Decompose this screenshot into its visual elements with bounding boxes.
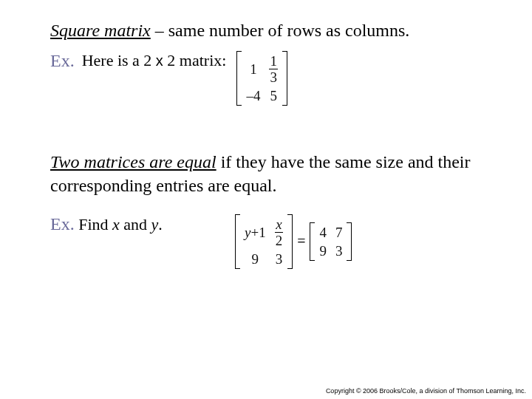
ex2-right-matrix: 4 7 9 3 xyxy=(310,222,352,261)
equal-def-block: Two matrices are equal if they have the … xyxy=(50,150,479,198)
example-2-lead: Ex. Find x and y. xyxy=(50,214,205,234)
m1-r1c2-frac: 1 3 xyxy=(269,54,278,84)
mL-r1c1: y+1 xyxy=(245,225,266,239)
equals-sign: = xyxy=(293,233,310,250)
ex2-text-c: . xyxy=(158,215,163,233)
mL-r1c2-num: x xyxy=(275,217,282,232)
example-2-label: Ex. xyxy=(50,214,75,233)
mL-r2c2: 3 xyxy=(276,252,283,266)
m1-r1c2-den: 3 xyxy=(269,69,278,84)
ex2-text-b: and xyxy=(120,215,151,233)
ex1-text-b: 2 matrix: xyxy=(163,51,227,69)
example-2-equation: y+1 x 2 9 3 = 4 7 9 3 xyxy=(235,214,352,269)
definition-line: Square matrix – same number of rows as c… xyxy=(50,21,497,41)
bracket-right-icon xyxy=(287,214,293,269)
m1-r2c1: –4 xyxy=(246,89,260,103)
matrix-grid: 4 7 9 3 xyxy=(315,222,347,261)
m1-r1c2-num: 1 xyxy=(269,54,278,69)
mL-r1c2-den: 2 xyxy=(275,232,284,248)
mL-r2c1: 9 xyxy=(252,252,259,266)
matrix-grid: y+1 x 2 9 3 xyxy=(240,214,287,269)
equal-def-lead: Two matrices are equal xyxy=(50,152,216,171)
copyright-text: Copyright © 2006 Brooks/Cole, a division… xyxy=(326,387,526,395)
m1-r2c2: 5 xyxy=(270,89,277,103)
mR-r2c2: 3 xyxy=(335,244,343,258)
bracket-left-icon xyxy=(310,222,315,261)
ex2-text-a: Find xyxy=(78,215,112,233)
example-1-text: Here is a 2 x 2 matrix: xyxy=(82,51,227,70)
bracket-right-icon xyxy=(347,222,352,261)
ex2-var-x: x xyxy=(112,215,120,233)
term-square-matrix: Square matrix xyxy=(50,21,151,40)
example-1-matrix: 1 1 3 –4 5 xyxy=(236,51,287,106)
bracket-left-icon xyxy=(235,214,240,269)
ex1-mult-x: x xyxy=(156,52,163,69)
mL-r1c1-rest: +1 xyxy=(250,225,265,240)
example-1-label: Ex. xyxy=(50,51,75,71)
bracket-left-icon xyxy=(236,51,242,106)
def-dash: – xyxy=(151,21,168,40)
slide: Square matrix – same number of rows as c… xyxy=(0,0,532,399)
ex2-var-y: y xyxy=(151,215,159,233)
ex1-text-a: Here is a 2 xyxy=(82,51,156,69)
matrix-grid: 1 1 3 –4 5 xyxy=(242,51,282,106)
def-rest: same number of rows as columns. xyxy=(168,21,410,40)
mR-r1c1: 4 xyxy=(319,225,327,239)
bracket-right-icon xyxy=(282,51,287,106)
m1-r1c1: 1 xyxy=(250,62,257,76)
ex2-left-matrix: y+1 x 2 9 3 xyxy=(235,214,293,269)
example-1-row: Ex. Here is a 2 x 2 matrix: 1 1 3 –4 5 xyxy=(50,51,497,106)
example-2-row: Ex. Find x and y. y+1 x 2 9 3 = xyxy=(50,214,497,269)
mR-r2c1: 9 xyxy=(319,244,327,258)
mR-r1c2: 7 xyxy=(335,225,343,239)
mL-r1c2-frac: x 2 xyxy=(275,217,284,248)
